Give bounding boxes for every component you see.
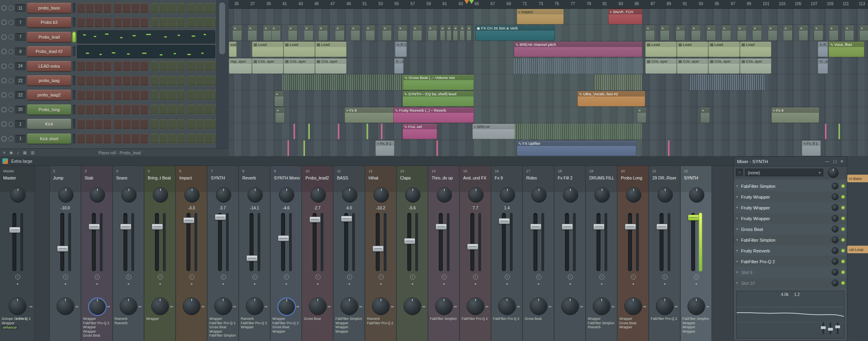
clock-icon[interactable]	[221, 274, 226, 280]
step-cell[interactable]	[151, 90, 159, 100]
slot-enable-led[interactable]	[842, 228, 844, 231]
step-cell[interactable]	[123, 104, 131, 114]
volume-fader-track[interactable]	[660, 213, 664, 271]
step-cell[interactable]	[177, 134, 185, 144]
step-cell[interactable]	[131, 61, 139, 71]
playlist-clip[interactable]: ▤ Cris..ayer	[315, 58, 347, 74]
clock-icon[interactable]	[252, 274, 258, 280]
pan-knob-icon[interactable]	[8, 93, 14, 98]
volume-fader-track[interactable]	[533, 213, 537, 271]
strip-plugin-name[interactable]: FabFilter Pro-Q 2	[209, 321, 238, 325]
pan-knob[interactable]	[595, 187, 610, 203]
channel-button[interactable]: Probs_long	[27, 104, 71, 115]
playlist-clip[interactable]: » Impact	[517, 9, 564, 24]
mixer-strip[interactable]: 13Claps-5.6◂▸	[397, 166, 428, 341]
pan-knob[interactable]	[658, 187, 673, 203]
pan-knob[interactable]	[563, 187, 578, 203]
strip-plugin-name[interactable]: Gross Beat	[209, 325, 238, 329]
mixer-strip[interactable]: 2Jump-10.0◂▸	[50, 166, 81, 341]
step-cell[interactable]	[168, 76, 176, 86]
step-cell[interactable]	[196, 61, 204, 71]
step-cell[interactable]	[95, 61, 103, 71]
strip-plugin-name[interactable]: FabFilter Pro-Q 2	[83, 321, 111, 325]
step-cell[interactable]	[95, 104, 103, 114]
volume-fader-handle[interactable]	[436, 224, 447, 230]
clip-tick[interactable]	[668, 140, 670, 156]
playlist-clip[interactable]: »	[351, 25, 360, 41]
eq-mini-slider[interactable]	[830, 322, 831, 334]
link-arrows-icon[interactable]: ◂▸	[107, 305, 111, 308]
step-cell[interactable]	[77, 134, 85, 144]
step-cell[interactable]	[177, 90, 185, 100]
playlist-clip[interactable]: ▤ Lead	[315, 41, 347, 57]
volume-fader-handle[interactable]	[309, 217, 321, 223]
channel-select-led[interactable]	[73, 119, 75, 129]
strip-plugin-name[interactable]: FabFilter Simplon	[430, 317, 458, 321]
playlist-clip[interactable]: »	[271, 25, 281, 41]
step-cell[interactable]	[196, 119, 204, 129]
step-cell[interactable]	[187, 119, 195, 129]
chevron-down-icon[interactable]: ▾	[736, 249, 741, 252]
close-button[interactable]: ✕	[840, 158, 844, 165]
strip-plugin-name[interactable]: Wrapper	[146, 317, 174, 321]
mixer-strip[interactable]: 7SYNTH3.7◂▸WrapperFabFilter Pro-Q 2Gross…	[208, 166, 239, 341]
stereo-sep-knob[interactable]	[372, 298, 390, 315]
strip-plugin-name[interactable]: Wrapper	[209, 329, 238, 334]
step-cell[interactable]	[86, 76, 94, 86]
step-cell[interactable]	[205, 90, 213, 100]
pan-knob[interactable]	[405, 187, 420, 203]
playlist-clip[interactable]: ▤ Cris..ayer	[740, 58, 771, 74]
mixer-strip[interactable]: 10Probs_lead22.7◂▸Gross Beat	[302, 166, 333, 341]
step-cell[interactable]	[86, 90, 94, 100]
playlist-clip[interactable]: »	[460, 25, 465, 41]
chevron-down-icon[interactable]: ▾	[736, 195, 741, 199]
chevron-down-icon[interactable]: ▾	[736, 227, 741, 231]
channel-button[interactable]: Probs b3	[27, 17, 71, 28]
link-arrows-icon[interactable]: ◂▸	[517, 305, 521, 308]
step-cell[interactable]	[140, 18, 148, 28]
volume-fader-handle[interactable]	[120, 224, 131, 230]
playlist-clip[interactable]: »	[288, 25, 297, 41]
playlist-clip[interactable]: »	[737, 25, 747, 41]
step-cell[interactable]	[77, 18, 85, 28]
pattern-preview[interactable]	[77, 45, 215, 58]
playlist-clip[interactable]: »	[721, 25, 731, 41]
link-arrows-icon[interactable]: ◂▸	[138, 305, 142, 308]
slot-mix-knob[interactable]	[832, 280, 838, 286]
stereo-sep-knob[interactable]	[341, 298, 358, 315]
volume-fader-handle[interactable]	[593, 224, 604, 230]
playlist-clip[interactable]: ▤ Cris..ayer	[645, 58, 677, 74]
pan-knob-icon[interactable]	[8, 78, 14, 83]
clock-icon[interactable]	[158, 274, 163, 280]
slot-enable-led[interactable]	[842, 271, 844, 274]
step-cell[interactable]	[140, 119, 148, 129]
plugin-slot[interactable]: ▾FabFilter Pro-Q 2	[734, 256, 847, 267]
playlist-clip[interactable]: ▤ Lead	[677, 41, 708, 57]
mixer-logo-icon[interactable]	[2, 158, 8, 164]
clock-icon[interactable]	[662, 274, 668, 280]
pan-knob-icon[interactable]	[8, 136, 14, 141]
volume-fader-handle[interactable]	[246, 255, 258, 261]
channel-button[interactable]: Probs_lead #2	[27, 46, 71, 57]
stereo-sep-knob[interactable]	[688, 298, 705, 315]
step-cell[interactable]	[159, 90, 167, 100]
stereo-sep-knob[interactable]	[9, 298, 26, 315]
pattern-block-clip[interactable]	[515, 124, 642, 139]
strip-plugin-name[interactable]: FabFilter Simplon	[209, 333, 238, 338]
mixer-strip[interactable]: 20Probs Long◂▸WrapperGross BeatWrapper	[618, 166, 649, 341]
strip-plugin-name[interactable]: Wrapper	[335, 329, 364, 334]
playlist-clip[interactable]: »	[440, 25, 445, 41]
step-cell[interactable]	[103, 3, 111, 13]
mixer-strip[interactable]: 17Rides◂▸Gross Beat	[523, 166, 554, 341]
strip-plugin-name[interactable]: Wrapper	[83, 329, 111, 334]
link-arrows-icon[interactable]: ◂▸	[201, 305, 205, 308]
volume-fader-handle[interactable]	[404, 238, 415, 244]
step-cell[interactable]	[123, 61, 131, 71]
link-arrows-icon[interactable]: ◂▸	[548, 305, 552, 308]
step-cell[interactable]	[114, 134, 122, 144]
plugin-slot[interactable]: ▾Fruity Wrapper	[734, 213, 847, 224]
step-cell[interactable]	[140, 90, 148, 100]
step-cell[interactable]	[205, 119, 213, 129]
mixer-strip[interactable]: 4Snare◂▸ReeverbReeverb	[113, 166, 144, 341]
slot-enable-led[interactable]	[842, 185, 844, 187]
